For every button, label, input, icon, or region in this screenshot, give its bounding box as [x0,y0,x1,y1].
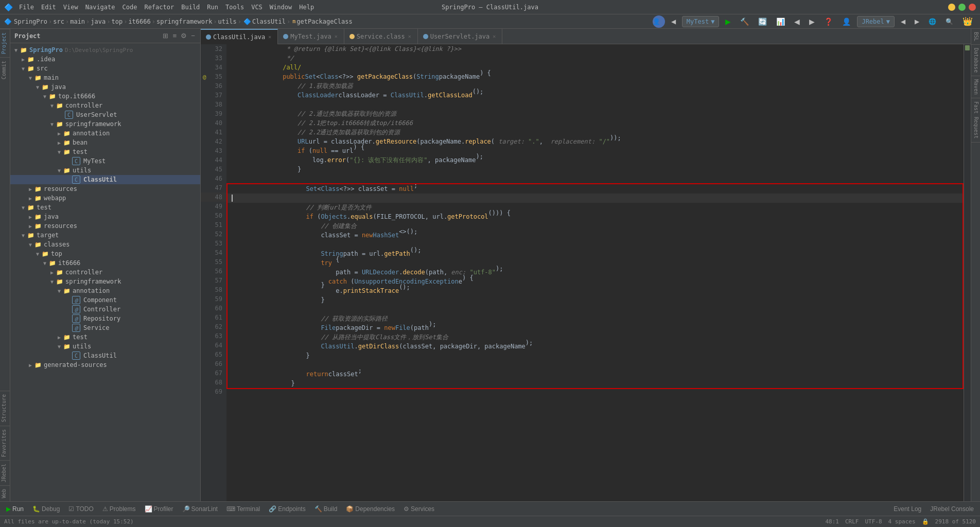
tree-item-generated[interactable]: ▶ 📁 generated-sources [10,360,200,370]
tree-item-test-resources[interactable]: ▶ 📁 resources [10,221,200,231]
tree-item-target-annotation[interactable]: ▼ 📁 annotation [10,286,200,295]
breadcrumb-springpro[interactable]: SpringPro [14,18,47,25]
sonarLint-btn[interactable]: 🔎 SonarLint [178,504,222,514]
breadcrumb-main[interactable]: main [70,18,85,25]
event-log-btn[interactable]: Event Log [889,504,925,514]
project-collapse-btn[interactable]: ≡ [171,31,178,41]
code-content[interactable]: * @return {@link Set}<{@link Class}<{@li… [226,44,964,501]
tree-item-main[interactable]: ▼ 📁 main [10,73,200,82]
tree-item-idea[interactable]: ▶ 📁 .idea [10,55,200,64]
tree-item-target-controller[interactable]: ▶ 📁 controller [10,268,200,277]
tree-item-springpro[interactable]: ▼ 📁 SpringPro D:\Develop\SpringPro [10,45,200,55]
expand-arrow[interactable]: ▼ [34,250,41,257]
project-settings-btn[interactable]: ⚙ [180,31,188,41]
expand-arrow[interactable]: ▶ [56,130,63,137]
expand-arrow[interactable]: ▼ [56,287,63,294]
tree-item-target-test[interactable]: ▶ 📁 test [10,332,200,342]
tab-close-mytest[interactable]: ✕ [334,33,339,40]
expand-arrow[interactable]: ▼ [48,278,56,285]
endpoints-btn[interactable]: 🔗 Endpoints [265,504,309,514]
tree-item-bean[interactable]: ▶ 📁 bean [10,138,200,147]
code-editor[interactable]: 32 33 34 @ 35 36 37 38 39 40 41 42 43 44… [201,44,971,501]
tree-item-target-top[interactable]: ▼ 📁 top [10,249,200,258]
jrebel-side-tab[interactable]: JRebel [0,460,10,485]
jrebel-back[interactable]: ◀ [898,16,908,27]
menu-code[interactable]: Code [119,3,141,12]
tab-mytest[interactable]: MyTest.java ✕ [278,29,344,44]
breadcrumb-springframework[interactable]: springframework [156,18,212,25]
tab-close-service[interactable]: ✕ [407,33,412,40]
expand-arrow[interactable]: ▼ [48,102,56,109]
translate-button[interactable]: 🌐 [925,16,939,27]
tree-item-test[interactable]: ▼ 📁 test [10,203,200,212]
expand-arrow[interactable]: ▼ [56,167,63,174]
menu-vcs[interactable]: VCS [248,3,266,12]
bsl-tab[interactable]: BSL [971,29,980,45]
tree-item-controllercls[interactable]: @ Controller [10,305,200,314]
expand-arrow[interactable]: ▼ [20,65,27,72]
profiler-btn[interactable]: 📈 Profiler [141,504,178,514]
tree-item-target-it6666[interactable]: ▼ 📁 it6666 [10,258,200,268]
tree-item-service[interactable]: @ Service [10,323,200,332]
close-button[interactable] [969,4,976,11]
expand-arrow[interactable]: ▼ [27,241,34,248]
tree-item-resources[interactable]: ▶ 📁 resources [10,184,200,194]
expand-arrow[interactable]: ▼ [27,74,34,81]
menu-navigate[interactable]: Navigate [82,3,118,12]
tree-item-repository[interactable]: @ Repository [10,314,200,323]
menu-help[interactable]: Help [296,3,317,12]
breadcrumb-utils[interactable]: utils [218,18,237,25]
project-close-btn[interactable]: − [190,31,196,41]
debug-bottom-btn[interactable]: 🐛 Debug [28,504,64,514]
breadcrumb-src[interactable]: src [53,18,64,25]
tab-close-classutil[interactable]: ✕ [267,33,272,40]
expand-arrow[interactable]: ▶ [20,56,27,63]
build-bottom-btn[interactable]: 🔨 Build [310,504,342,514]
breadcrumb-method[interactable]: getPackageClass [296,18,352,25]
avatar-button[interactable]: 👤 [653,15,665,28]
status-encoding[interactable]: UTF-8 [865,518,882,525]
run-button[interactable]: ▶ [722,15,734,28]
status-indent[interactable]: 4 spaces [888,518,916,525]
maven-tab[interactable]: Maven [971,76,980,98]
run-config-selector[interactable]: MyTest ▼ [682,16,720,27]
next-button[interactable]: ▶ [806,15,818,28]
expand-arrow[interactable]: ▶ [27,185,34,192]
expand-arrow[interactable]: ▼ [41,259,48,267]
menu-refactor[interactable]: Refactor [141,3,177,12]
expand-arrow[interactable]: ▶ [56,333,63,341]
tree-item-target-springframework[interactable]: ▼ 📁 springframework [10,277,200,286]
tree-item-top[interactable]: ▼ 📁 top.it6666 [10,92,200,101]
expand-arrow[interactable]: ▼ [48,120,56,128]
status-position[interactable]: 48:1 [825,518,839,525]
prev-button[interactable]: ◀ [791,15,803,28]
tree-item-springframework[interactable]: ▼ 📁 springframework [10,119,200,129]
project-tab[interactable]: Project [0,29,10,57]
fast-request-tab[interactable]: Fast Request [971,98,980,142]
menu-window[interactable]: Window [267,3,295,12]
dependencies-btn[interactable]: 📦 Dependencies [342,504,399,514]
todo-btn[interactable]: ☑ TODO [64,504,97,514]
tree-item-classes[interactable]: ▼ 📁 classes [10,240,200,249]
back-button[interactable]: ◀ [668,16,679,27]
tree-item-classutil[interactable]: C ClassUtil [10,175,200,184]
breadcrumb-it6666[interactable]: it6666 [128,18,150,25]
expand-arrow[interactable]: ▶ [27,222,34,230]
tab-classutil[interactable]: ClassUtil.java ✕ [201,29,278,44]
reload-button[interactable]: 🔄 [755,15,770,28]
menu-file[interactable]: File [16,3,37,12]
run-bottom-btn[interactable]: ▶ Run [2,504,28,514]
project-new-file-btn[interactable]: ⊞ [162,31,169,41]
profile-button[interactable]: 👤 [839,15,854,28]
tree-item-test-sub[interactable]: ▼ 📁 test [10,147,200,156]
jrebel-next[interactable]: ▶ [912,16,922,27]
menu-edit[interactable]: Edit [38,3,59,12]
settings-button[interactable]: 👑 [959,14,976,28]
expand-arrow[interactable]: ▼ [41,93,48,100]
commit-tab[interactable]: Commit [0,57,10,82]
expand-arrow[interactable]: ▼ [20,204,27,211]
tree-item-controller[interactable]: ▼ 📁 controller [10,101,200,110]
jrebel-console-btn[interactable]: JRebel Console [926,504,978,514]
tree-item-target-classutil[interactable]: C ClassUtil [10,351,200,360]
expand-arrow[interactable]: ▶ [27,213,34,220]
